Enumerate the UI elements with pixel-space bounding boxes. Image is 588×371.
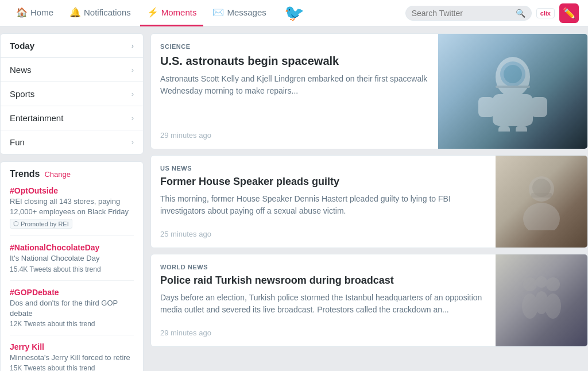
chevron-right-icon: ›: [131, 138, 134, 146]
news-time: 29 minutes ago: [160, 329, 486, 337]
trend-count: 12K Tweets about this trend: [10, 320, 134, 328]
search-input[interactable]: [412, 9, 513, 18]
trend-desc: Dos and don'ts for the third GOP debate: [10, 298, 134, 319]
messages-icon: ✉️: [212, 7, 224, 18]
sidebar-nav: Today › News › Sports › Entertainment › …: [0, 33, 144, 154]
news-headline: U.S. astronauts begin spacewalk: [160, 53, 429, 68]
nav-center: 🐦: [277, 3, 311, 22]
news-image-placeholder: [438, 34, 587, 149]
svg-rect-1: [493, 94, 533, 126]
trend-desc: REI closing all 143 stores, paying 12,00…: [10, 196, 134, 217]
sidebar-item-fun[interactable]: Fun ›: [1, 130, 143, 154]
trend-name[interactable]: Jerry Kill: [10, 342, 134, 351]
news-summary: This morning, former House Speaker Denni…: [160, 193, 486, 217]
chevron-right-icon: ›: [131, 41, 134, 50]
nav-moments[interactable]: ⚡ Moments: [140, 0, 204, 26]
news-text: WORLD NEWS Police raid Turkish newsroom …: [151, 254, 496, 346]
news-image: [496, 254, 587, 346]
sidebar-item-sports[interactable]: Sports ›: [1, 82, 143, 106]
trend-desc: Minnesota's Jerry Kill forced to retire: [10, 353, 134, 363]
nav-messages[interactable]: ✉️ Messages: [206, 0, 273, 26]
sidebar-item-today[interactable]: Today ›: [1, 34, 143, 58]
news-time: 29 minutes ago: [160, 131, 429, 140]
news-image: [496, 156, 587, 248]
svg-rect-3: [531, 97, 547, 117]
twitter-logo: 🐦: [284, 3, 304, 22]
sidebar-item-entertainment[interactable]: Entertainment ›: [1, 106, 143, 130]
news-time: 25 minutes ago: [160, 230, 486, 238]
trend-item: Jerry Kill Minnesota's Jerry Kill forced…: [10, 342, 134, 371]
main-content: SCIENCE U.S. astronauts begin spacewalk …: [150, 33, 588, 371]
news-card-turkish-newsroom[interactable]: WORLD NEWS Police raid Turkish newsroom …: [150, 254, 588, 347]
search-icon: 🔍: [516, 9, 525, 18]
svg-point-13: [523, 277, 537, 291]
news-category: WORLD NEWS: [160, 264, 486, 270]
nav-right: 🔍 clix ✏️: [311, 3, 579, 23]
news-card-house-speaker[interactable]: US NEWS Former House Speaker pleads guil…: [150, 155, 588, 248]
svg-rect-12: [531, 193, 552, 198]
sidebar: Today › News › Sports › Entertainment › …: [0, 33, 144, 371]
news-headline: Former House Speaker pleads guilty: [160, 175, 486, 188]
trend-count: 15.4K Tweets about this trend: [10, 265, 134, 273]
trend-name[interactable]: #GOPDebate: [10, 288, 134, 297]
news-summary: Days before an election, Turkish police …: [160, 292, 486, 316]
nav-notifications-label: Notifications: [84, 7, 131, 17]
compose-button[interactable]: ✏️: [559, 3, 579, 23]
sidebar-item-news[interactable]: News ›: [1, 58, 143, 82]
chevron-right-icon: ›: [131, 114, 134, 122]
svg-rect-2: [478, 97, 494, 117]
news-image: [438, 34, 587, 149]
news-summary: Astronauts Scott Kelly and Kjell Lindgre…: [160, 73, 429, 97]
compose-icon: ✏️: [563, 7, 575, 20]
trend-item: #GOPDebate Dos and don'ts for the third …: [10, 288, 134, 335]
trend-desc: It's National Chocolate Day: [10, 253, 134, 264]
news-category: US NEWS: [160, 165, 486, 172]
svg-point-17: [536, 276, 547, 288]
sidebar-entertainment-label: Entertainment: [10, 113, 63, 123]
news-image-placeholder: [496, 156, 587, 248]
promoted-label: Promoted by REI: [21, 221, 69, 227]
news-text: SCIENCE U.S. astronauts begin spacewalk …: [151, 34, 438, 149]
clix-badge: clix: [536, 8, 555, 18]
chevron-right-icon: ›: [131, 65, 134, 74]
news-image-placeholder: [496, 254, 587, 346]
moments-icon: ⚡: [147, 7, 158, 18]
clix-label: clix: [540, 10, 551, 17]
search-box: 🔍: [405, 6, 532, 21]
sidebar-fun-label: Fun: [10, 137, 25, 147]
nav-notifications[interactable]: 🔔 Notifications: [63, 0, 138, 26]
nav-moments-label: Moments: [161, 7, 197, 17]
trend-count: 15K Tweets about this trend: [10, 364, 134, 371]
page-body: Today › News › Sports › Entertainment › …: [0, 26, 588, 371]
nav-home[interactable]: 🏠 Home: [9, 0, 60, 26]
nav-messages-label: Messages: [227, 7, 266, 17]
svg-rect-8: [496, 86, 530, 88]
notifications-icon: 🔔: [69, 7, 81, 18]
trend-name[interactable]: #OptOutside: [10, 186, 134, 195]
svg-point-15: [546, 277, 560, 291]
promoted-icon: ⬡: [13, 220, 19, 227]
sidebar-news-label: News: [10, 65, 32, 75]
nav-left: 🏠 Home 🔔 Notifications ⚡ Moments ✉️ Mess…: [9, 0, 277, 26]
home-icon: 🏠: [16, 7, 28, 18]
svg-point-18: [535, 291, 548, 314]
news-text: US NEWS Former House Speaker pleads guil…: [151, 156, 496, 248]
chevron-right-icon: ›: [131, 90, 134, 98]
svg-rect-4: [498, 126, 510, 132]
trend-item: #OptOutside REI closing all 143 stores, …: [10, 186, 134, 236]
sidebar-today-label: Today: [10, 41, 34, 51]
trends-change-button[interactable]: Change: [44, 170, 71, 179]
trend-item: #NationalChocolateDay It's National Choc…: [10, 243, 134, 280]
sidebar-sports-label: Sports: [10, 89, 34, 99]
svg-rect-5: [516, 126, 527, 132]
news-card-astronaut[interactable]: SCIENCE U.S. astronauts begin spacewalk …: [150, 33, 588, 149]
trend-name[interactable]: #NationalChocolateDay: [10, 243, 134, 252]
svg-point-10: [523, 203, 560, 230]
trends-header: Trends Change: [10, 169, 134, 179]
trends-title: Trends: [10, 169, 40, 179]
news-headline: Police raid Turkish newsroom during broa…: [160, 274, 486, 287]
nav-home-label: Home: [30, 7, 53, 17]
news-category: SCIENCE: [160, 43, 429, 50]
trends-box: Trends Change #OptOutside REI closing al…: [0, 161, 144, 371]
promoted-badge: ⬡ Promoted by REI: [10, 219, 72, 229]
